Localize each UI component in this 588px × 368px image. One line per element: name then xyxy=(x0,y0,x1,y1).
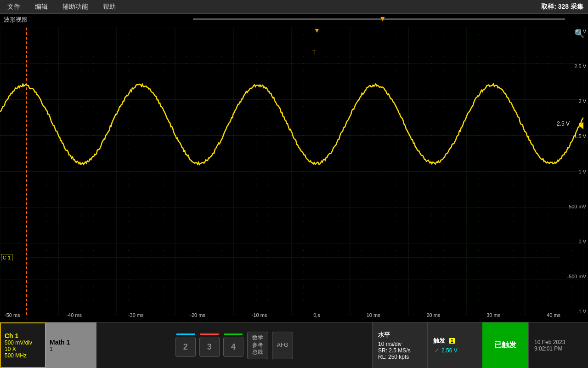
x-label-n40: -40 ms xyxy=(66,312,82,320)
ch1-probe: 10 X xyxy=(5,346,41,352)
x-label-n30: -30 ms xyxy=(128,312,144,320)
waveform-svg: 2.5 V xyxy=(0,28,583,315)
trigger-slope-icon: ⟋ xyxy=(433,347,440,354)
channel-buttons: 2 3 4 数学 参考 总线 AFG xyxy=(96,322,372,368)
y-label-25v: 2.5 V xyxy=(561,63,586,69)
waveform-line xyxy=(0,84,583,165)
horizontal-rl: RL: 250 kpts xyxy=(378,354,422,360)
ch1-info-box[interactable]: Ch 1 500 mV/div 10 X 500 MHz xyxy=(0,322,46,368)
ch2-button[interactable]: 2 xyxy=(175,334,196,357)
horizontal-title: 水平 xyxy=(378,331,422,339)
math1-title: Math 1 xyxy=(50,339,93,346)
waveform-container: 波形视图 ▼ ▼ T 2.5 V C 1 3 V 2.5 V 2 V 1.5 V… xyxy=(0,14,588,322)
trigger-badge: 1 xyxy=(449,338,455,344)
x-label-n50: -50 ms xyxy=(5,312,20,320)
menu-items: 文件 编辑 辅助功能 帮助 xyxy=(5,2,119,12)
ch2-label: 2 xyxy=(175,337,196,357)
c1-label: C 1 xyxy=(1,254,12,261)
math-ref-bus-button[interactable]: 数学 参考 总线 xyxy=(247,332,268,359)
y-label-15v: 1.5 V xyxy=(561,133,586,139)
horizontal-panel: 水平 10 ms/div SR: 2.5 MS/s RL: 250 kpts xyxy=(372,322,427,368)
bottom-panel: Ch 1 500 mV/div 10 X 500 MHz Math 1 1 2 … xyxy=(0,322,588,368)
horizontal-sr: SR: 2.5 MS/s xyxy=(378,347,422,354)
menu-tools[interactable]: 辅助功能 xyxy=(60,2,91,12)
timeline-marker: ▼ xyxy=(379,15,386,23)
y-label-n500mv: -500 mV xyxy=(561,274,586,279)
timeline-bar: ▼ xyxy=(193,15,565,24)
trigger-title: 触发 1 xyxy=(433,337,477,345)
x-label-20: 20 ms xyxy=(426,312,440,320)
time-display: 9:02:01 PM xyxy=(534,345,582,352)
horizontal-time-div: 10 ms/div xyxy=(378,341,422,347)
sample-info: 取样: 328 采集 xyxy=(541,3,583,11)
ch2-line xyxy=(176,334,195,335)
y-label-n1v: -1 V xyxy=(561,309,586,314)
ch4-button[interactable]: 4 xyxy=(223,334,243,357)
zoom-icon[interactable]: 🔍 xyxy=(574,29,584,39)
ch3-button[interactable]: 3 xyxy=(199,334,220,357)
date-display: 10 Feb 2023 xyxy=(534,339,582,345)
y-axis: 3 V 2.5 V 2 V 1.5 V 1 V 500 mV 0 V -500 … xyxy=(561,28,586,315)
ch3-label: 3 xyxy=(199,337,220,357)
y-label-1v: 1 V xyxy=(561,169,586,174)
trigger-panel: 触发 1 ⟋ 2.56 V xyxy=(427,322,482,368)
x-label-n10: -10 ms xyxy=(252,312,267,320)
x-label-n20: -20 ms xyxy=(190,312,205,320)
math1-value: 1 xyxy=(50,346,93,352)
y-label-500mv: 500 mV xyxy=(561,204,586,209)
y-label-2v: 2 V xyxy=(561,98,586,104)
triggered-button[interactable]: 已触发 xyxy=(482,322,528,368)
trigger-value: 2.56 V xyxy=(441,347,458,354)
menu-file[interactable]: 文件 xyxy=(5,2,23,12)
ch3-line xyxy=(200,334,219,335)
math1-info-box[interactable]: Math 1 1 xyxy=(46,322,96,368)
x-label-0: 0,s xyxy=(313,312,320,320)
menu-help[interactable]: 帮助 xyxy=(100,2,119,12)
trigger-marker-top: ▼ xyxy=(314,27,320,34)
waveform-title: 波形视图 xyxy=(4,16,28,24)
ch1-title: Ch 1 xyxy=(5,332,41,339)
trigger-marker-side: T xyxy=(312,50,316,56)
ch1-volts-div: 500 mV/div xyxy=(5,339,41,346)
menu-edit[interactable]: 编辑 xyxy=(32,2,51,12)
datetime-panel: 10 Feb 2023 9:02:01 PM xyxy=(528,322,588,368)
ch1-bandwidth: 500 MHz xyxy=(5,352,41,359)
ch4-line xyxy=(224,334,243,335)
menu-bar: 文件 编辑 辅助功能 帮助 取样: 328 采集 xyxy=(0,0,588,14)
ch4-label: 4 xyxy=(223,337,243,357)
x-label-10: 10 ms xyxy=(367,312,380,320)
x-axis: -50 ms -40 ms -30 ms -20 ms -10 ms 0,s 1… xyxy=(5,312,560,320)
x-label-30: 30 ms xyxy=(486,312,500,320)
y-label-0v: 0 V xyxy=(561,239,586,244)
timeline-track: ▼ xyxy=(193,18,565,20)
afg-button[interactable]: AFG xyxy=(272,332,294,359)
x-label-40: 40 ms xyxy=(547,312,560,320)
